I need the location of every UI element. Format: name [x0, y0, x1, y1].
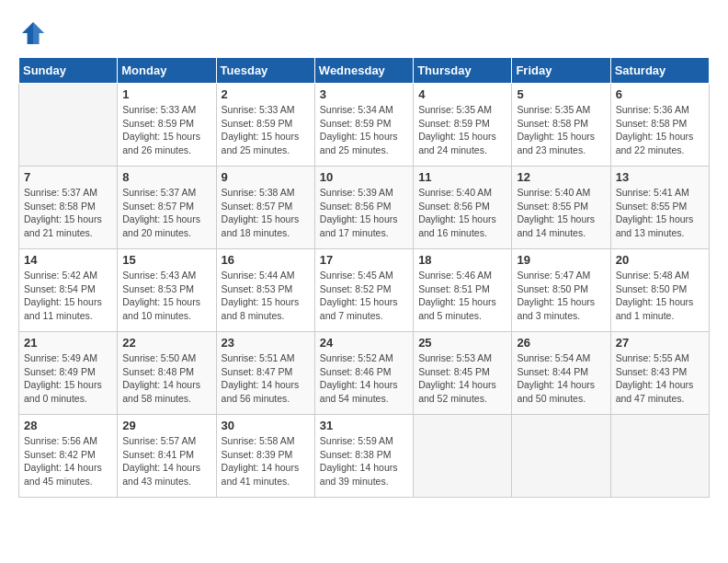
day-info: Sunrise: 5:38 AM Sunset: 8:57 PM Dayligh…	[222, 186, 310, 240]
calendar-header-row: SundayMondayTuesdayWednesdayThursdayFrid…	[19, 58, 710, 84]
svg-marker-1	[33, 22, 44, 44]
page-header	[18, 18, 710, 48]
calendar-cell: 2Sunrise: 5:33 AM Sunset: 8:59 PM Daylig…	[216, 84, 314, 167]
day-info: Sunrise: 5:51 AM Sunset: 8:47 PM Dayligh…	[222, 351, 310, 406]
day-info: Sunrise: 5:43 AM Sunset: 8:53 PM Dayligh…	[122, 269, 210, 323]
day-number: 11	[418, 170, 506, 184]
calendar-cell: 27Sunrise: 5:55 AM Sunset: 8:43 PM Dayli…	[610, 332, 709, 415]
day-number: 16	[222, 253, 310, 267]
weekday-header: Thursday	[414, 58, 512, 84]
day-number: 29	[122, 419, 210, 432]
logo	[18, 18, 51, 48]
calendar-cell: 1Sunrise: 5:33 AM Sunset: 8:59 PM Daylig…	[118, 84, 216, 167]
day-info: Sunrise: 5:33 AM Sunset: 8:59 PM Dayligh…	[122, 103, 210, 157]
day-info: Sunrise: 5:59 AM Sunset: 8:38 PM Dayligh…	[320, 434, 408, 488]
calendar-cell: 20Sunrise: 5:48 AM Sunset: 8:50 PM Dayli…	[610, 249, 709, 332]
day-number: 3	[320, 87, 408, 101]
day-number: 10	[320, 170, 408, 184]
weekday-header: Wednesday	[314, 58, 413, 84]
calendar-cell: 12Sunrise: 5:40 AM Sunset: 8:55 PM Dayli…	[512, 167, 610, 249]
day-number: 20	[616, 253, 704, 267]
day-info: Sunrise: 5:52 AM Sunset: 8:46 PM Dayligh…	[320, 351, 408, 406]
day-info: Sunrise: 5:50 AM Sunset: 8:48 PM Dayligh…	[122, 351, 210, 406]
day-number: 7	[24, 170, 112, 184]
day-info: Sunrise: 5:56 AM Sunset: 8:42 PM Dayligh…	[24, 434, 112, 488]
calendar-week-row: 1Sunrise: 5:33 AM Sunset: 8:59 PM Daylig…	[19, 84, 710, 167]
day-number: 2	[222, 87, 310, 101]
day-info: Sunrise: 5:35 AM Sunset: 8:58 PM Dayligh…	[517, 103, 605, 157]
calendar-cell: 26Sunrise: 5:54 AM Sunset: 8:44 PM Dayli…	[512, 332, 610, 415]
day-info: Sunrise: 5:47 AM Sunset: 8:50 PM Dayligh…	[517, 269, 605, 323]
day-number: 24	[320, 336, 408, 350]
day-info: Sunrise: 5:53 AM Sunset: 8:45 PM Dayligh…	[418, 351, 506, 406]
calendar-cell: 24Sunrise: 5:52 AM Sunset: 8:46 PM Dayli…	[314, 332, 413, 415]
calendar-week-row: 21Sunrise: 5:49 AM Sunset: 8:49 PM Dayli…	[19, 332, 710, 415]
calendar-table: SundayMondayTuesdayWednesdayThursdayFrid…	[18, 57, 710, 498]
calendar-cell: 14Sunrise: 5:42 AM Sunset: 8:54 PM Dayli…	[19, 249, 118, 332]
day-info: Sunrise: 5:39 AM Sunset: 8:56 PM Dayligh…	[320, 186, 408, 240]
calendar-cell: 29Sunrise: 5:57 AM Sunset: 8:41 PM Dayli…	[118, 415, 216, 498]
calendar-cell: 6Sunrise: 5:36 AM Sunset: 8:58 PM Daylig…	[610, 84, 709, 167]
calendar-cell	[512, 415, 610, 498]
day-number: 25	[418, 336, 506, 350]
day-number: 13	[616, 170, 704, 184]
day-info: Sunrise: 5:54 AM Sunset: 8:44 PM Dayligh…	[517, 351, 605, 406]
day-info: Sunrise: 5:55 AM Sunset: 8:43 PM Dayligh…	[616, 351, 704, 406]
day-number: 14	[24, 253, 112, 267]
calendar-cell: 31Sunrise: 5:59 AM Sunset: 8:38 PM Dayli…	[314, 415, 413, 498]
calendar-cell: 28Sunrise: 5:56 AM Sunset: 8:42 PM Dayli…	[19, 415, 118, 498]
day-number: 30	[222, 419, 310, 432]
day-info: Sunrise: 5:42 AM Sunset: 8:54 PM Dayligh…	[24, 269, 112, 323]
calendar-cell: 8Sunrise: 5:37 AM Sunset: 8:57 PM Daylig…	[118, 167, 216, 249]
calendar-cell	[610, 415, 709, 498]
day-number: 15	[122, 253, 210, 267]
logo-icon	[18, 18, 48, 48]
calendar-cell: 17Sunrise: 5:45 AM Sunset: 8:52 PM Dayli…	[314, 249, 413, 332]
day-info: Sunrise: 5:48 AM Sunset: 8:50 PM Dayligh…	[616, 269, 704, 323]
day-number: 5	[517, 87, 605, 101]
day-number: 1	[122, 87, 210, 101]
day-info: Sunrise: 5:37 AM Sunset: 8:58 PM Dayligh…	[24, 186, 112, 240]
weekday-header: Monday	[118, 58, 216, 84]
day-info: Sunrise: 5:40 AM Sunset: 8:56 PM Dayligh…	[418, 186, 506, 240]
day-info: Sunrise: 5:37 AM Sunset: 8:57 PM Dayligh…	[122, 186, 210, 240]
calendar-cell: 11Sunrise: 5:40 AM Sunset: 8:56 PM Dayli…	[414, 167, 512, 249]
day-number: 18	[418, 253, 506, 267]
day-number: 9	[222, 170, 310, 184]
calendar-week-row: 28Sunrise: 5:56 AM Sunset: 8:42 PM Dayli…	[19, 415, 710, 498]
day-number: 17	[320, 253, 408, 267]
day-number: 8	[122, 170, 210, 184]
calendar-cell: 7Sunrise: 5:37 AM Sunset: 8:58 PM Daylig…	[19, 167, 118, 249]
day-number: 23	[222, 336, 310, 350]
day-info: Sunrise: 5:49 AM Sunset: 8:49 PM Dayligh…	[24, 351, 112, 406]
day-info: Sunrise: 5:57 AM Sunset: 8:41 PM Dayligh…	[122, 434, 210, 488]
calendar-cell: 13Sunrise: 5:41 AM Sunset: 8:55 PM Dayli…	[610, 167, 709, 249]
day-info: Sunrise: 5:36 AM Sunset: 8:58 PM Dayligh…	[616, 103, 704, 157]
calendar-cell: 30Sunrise: 5:58 AM Sunset: 8:39 PM Dayli…	[216, 415, 314, 498]
calendar-cell: 4Sunrise: 5:35 AM Sunset: 8:59 PM Daylig…	[414, 84, 512, 167]
calendar-cell	[414, 415, 512, 498]
day-info: Sunrise: 5:40 AM Sunset: 8:55 PM Dayligh…	[517, 186, 605, 240]
calendar-cell: 22Sunrise: 5:50 AM Sunset: 8:48 PM Dayli…	[118, 332, 216, 415]
day-number: 27	[616, 336, 704, 350]
day-number: 4	[418, 87, 506, 101]
weekday-header: Friday	[512, 58, 610, 84]
day-info: Sunrise: 5:58 AM Sunset: 8:39 PM Dayligh…	[222, 434, 310, 488]
day-number: 6	[616, 87, 704, 101]
calendar-cell: 16Sunrise: 5:44 AM Sunset: 8:53 PM Dayli…	[216, 249, 314, 332]
calendar-cell: 3Sunrise: 5:34 AM Sunset: 8:59 PM Daylig…	[314, 84, 413, 167]
calendar-cell: 21Sunrise: 5:49 AM Sunset: 8:49 PM Dayli…	[19, 332, 118, 415]
day-number: 19	[517, 253, 605, 267]
day-number: 12	[517, 170, 605, 184]
day-info: Sunrise: 5:35 AM Sunset: 8:59 PM Dayligh…	[418, 103, 506, 157]
day-number: 28	[24, 419, 112, 432]
calendar-cell: 23Sunrise: 5:51 AM Sunset: 8:47 PM Dayli…	[216, 332, 314, 415]
day-number: 22	[122, 336, 210, 350]
day-number: 26	[517, 336, 605, 350]
day-number: 21	[24, 336, 112, 350]
calendar-week-row: 7Sunrise: 5:37 AM Sunset: 8:58 PM Daylig…	[19, 167, 710, 249]
weekday-header: Tuesday	[216, 58, 314, 84]
calendar-cell: 10Sunrise: 5:39 AM Sunset: 8:56 PM Dayli…	[314, 167, 413, 249]
day-info: Sunrise: 5:33 AM Sunset: 8:59 PM Dayligh…	[222, 103, 310, 157]
calendar-cell: 19Sunrise: 5:47 AM Sunset: 8:50 PM Dayli…	[512, 249, 610, 332]
